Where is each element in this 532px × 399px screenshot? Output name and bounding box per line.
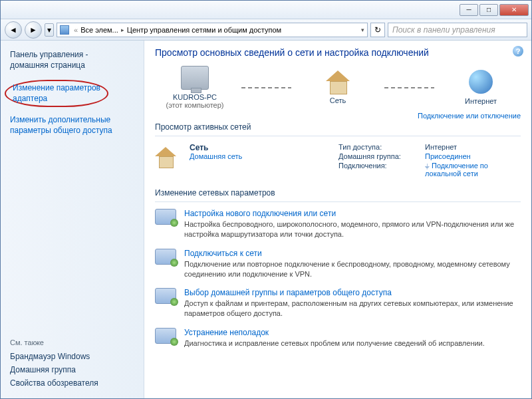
homegroup-link[interactable]: Домашняя группа — [10, 365, 137, 374]
map-inet-name: Интернет — [441, 97, 521, 105]
navbar: ◄ ► ▾ « Все элем... ▸ Центр управления с… — [1, 19, 531, 41]
network-map: KUDROS-PC (этот компьютер) Сеть Интернет — [155, 66, 521, 109]
task-desc: Настройка беспроводного, широкополосного… — [184, 219, 521, 239]
network-name: Сеть — [190, 143, 242, 152]
computer-icon — [181, 66, 209, 90]
crumb-sep-icon: « — [74, 26, 78, 34]
task-item: Настройка нового подключения или сети На… — [155, 209, 521, 239]
troubleshoot-icon — [155, 328, 176, 344]
forward-button[interactable]: ► — [25, 21, 42, 39]
minimize-button[interactable]: ─ — [460, 4, 478, 16]
chevron-down-icon[interactable]: ▾ — [361, 27, 364, 33]
access-type-value: Интернет — [425, 143, 521, 151]
highlight-circle: Изменение параметров адаптера — [5, 80, 108, 107]
history-dropdown[interactable]: ▾ — [45, 23, 54, 37]
task-item: Выбор домашней группы и параметров общег… — [155, 288, 521, 319]
sidebar: Панель управления - домашняя страница Из… — [1, 41, 144, 398]
active-network: Сеть Домашняя сеть Тип доступа: Интернет… — [155, 143, 521, 178]
network-type-link[interactable]: Домашняя сеть — [190, 152, 242, 160]
connections-label: Подключения: — [338, 162, 425, 178]
house-icon — [326, 70, 350, 81]
map-node-network: Сеть — [298, 70, 378, 104]
connect-network-icon — [155, 249, 176, 265]
control-panel-home-link[interactable]: Панель управления - домашняя страница — [10, 50, 137, 70]
map-connector-icon — [384, 87, 434, 88]
tasks-list: Настройка нового подключения или сети На… — [155, 209, 521, 348]
divider — [155, 136, 521, 136]
map-node-pc: KUDROS-PC (этот компьютер) — [155, 66, 235, 109]
task-new-connection-link[interactable]: Настройка нового подключения или сети — [184, 209, 521, 218]
breadcrumb-level2[interactable]: Центр управления сетями и общим доступом — [127, 26, 281, 34]
task-homegroup-link[interactable]: Выбор домашней группы и параметров общег… — [184, 288, 521, 297]
new-connection-icon — [155, 209, 176, 225]
controlpanel-icon — [60, 25, 69, 35]
map-pc-name: KUDROS-PC — [155, 93, 235, 101]
house-icon — [155, 147, 176, 156]
page-title: Просмотр основных сведений о сети и наст… — [155, 47, 521, 58]
map-net-name: Сеть — [298, 96, 378, 104]
back-button[interactable]: ◄ — [5, 21, 22, 39]
homegroup-value-link[interactable]: Присоединен — [425, 152, 521, 160]
task-troubleshoot-link[interactable]: Устранение неполадок — [184, 328, 485, 337]
window: ─ □ ✕ ◄ ► ▾ « Все элем... ▸ Центр управл… — [0, 0, 532, 399]
chevron-right-icon: ▸ — [121, 27, 124, 33]
refresh-button[interactable]: ↻ — [370, 23, 385, 37]
task-desc: Доступ к файлам и принтерам, расположенн… — [184, 299, 521, 319]
task-desc: Диагностика и исправление сетевых пробле… — [184, 338, 485, 348]
change-adapter-settings-link[interactable]: Изменение параметров адаптера — [10, 80, 137, 107]
map-node-internet: Интернет — [441, 70, 521, 105]
map-connector-icon — [241, 87, 291, 88]
task-connect-link[interactable]: Подключиться к сети — [184, 249, 521, 258]
homegroup-sharing-icon — [155, 288, 176, 304]
see-also-section: См. также Брандмауэр Windows Домашняя гр… — [10, 338, 137, 392]
main-content: ? Просмотр основных сведений о сети и на… — [144, 41, 531, 398]
search-input[interactable]: Поиск в панели управления — [388, 23, 527, 37]
map-pc-sub: (этот компьютер) — [155, 101, 235, 109]
firewall-link[interactable]: Брандмауэр Windows — [10, 352, 137, 361]
change-sharing-settings-link[interactable]: Изменить дополнительные параметры общего… — [10, 115, 137, 136]
connection-link[interactable]: ⏚ Подключение по локальной сети — [425, 162, 521, 178]
titlebar: ─ □ ✕ — [1, 1, 531, 19]
task-item: Устранение неполадок Диагностика и испра… — [155, 328, 521, 348]
internet-options-link[interactable]: Свойства обозревателя — [10, 378, 137, 388]
change-settings-heading: Изменение сетевых параметров — [155, 188, 521, 198]
body: Панель управления - домашняя страница Из… — [1, 41, 531, 398]
active-networks-heading: Просмотр активных сетей — [155, 122, 521, 132]
address-bar[interactable]: « Все элем... ▸ Центр управления сетями … — [57, 23, 368, 37]
divider — [155, 201, 521, 202]
close-button[interactable]: ✕ — [499, 4, 529, 16]
breadcrumb-level1[interactable]: Все элем... — [80, 26, 118, 34]
connect-disconnect-link[interactable]: Подключение или отключение — [418, 112, 521, 120]
globe-icon — [469, 70, 493, 94]
task-desc: Подключение или повторное подключение к … — [184, 259, 521, 279]
maximize-button[interactable]: □ — [479, 4, 498, 16]
homegroup-label: Домашняя группа: — [338, 152, 425, 160]
task-item: Подключиться к сети Подключение или повт… — [155, 249, 521, 279]
access-type-label: Тип доступа: — [338, 143, 425, 151]
see-also-heading: См. также — [10, 338, 137, 346]
help-icon[interactable]: ? — [513, 46, 523, 57]
